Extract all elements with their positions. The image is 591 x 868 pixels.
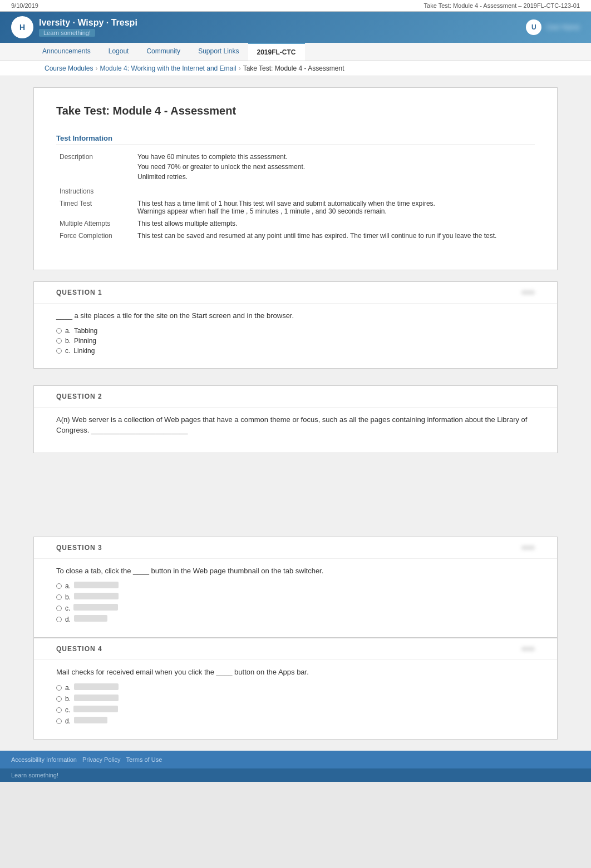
username: User Name bbox=[546, 23, 580, 31]
footer-link-terms[interactable]: Terms of Use bbox=[126, 756, 162, 763]
large-gap bbox=[33, 453, 558, 537]
question-4-label: QUESTION 4 bbox=[56, 645, 102, 653]
q3-radio-c[interactable] bbox=[56, 606, 62, 611]
question-3-points[interactable] bbox=[521, 545, 535, 550]
question-1-points[interactable] bbox=[521, 290, 535, 295]
question-4-option-d[interactable]: d. bbox=[56, 717, 535, 726]
q3-option-d-letter: d. bbox=[65, 616, 71, 623]
sub-nav-tabs: Announcements Logout Community Support L… bbox=[0, 43, 591, 61]
q4-option-c-letter: c. bbox=[65, 706, 70, 714]
question-1-block: QUESTION 1 ____ a site places a tile for… bbox=[33, 281, 558, 369]
q3-radio-b[interactable] bbox=[56, 594, 62, 600]
force-completion-label: Force Completion bbox=[56, 230, 134, 242]
q4-radio-b[interactable] bbox=[56, 696, 62, 702]
logo-letter: H bbox=[19, 23, 25, 32]
question-3-option-d[interactable]: d. bbox=[56, 615, 535, 624]
q4-option-c-blurred bbox=[73, 706, 118, 712]
question-4-points[interactable] bbox=[521, 647, 535, 651]
header-avatar: U bbox=[526, 19, 541, 35]
question-4-body: Mail checks for received email when you … bbox=[34, 660, 557, 739]
q4-radio-c[interactable] bbox=[56, 707, 62, 713]
option-c-letter: c. bbox=[65, 347, 70, 355]
q3-option-c-blurred bbox=[73, 604, 118, 611]
question-1-options: a. Tabbing b. Pinning c. Linking bbox=[56, 327, 535, 355]
test-info-header: Test Information bbox=[56, 134, 535, 145]
question-1-option-b[interactable]: b. Pinning bbox=[56, 337, 535, 345]
nav-tab-announcements[interactable]: Announcements bbox=[33, 43, 100, 61]
bottom-logo-bar: Learn something! bbox=[0, 768, 591, 782]
question-3-header: QUESTION 3 bbox=[34, 537, 557, 559]
q3-option-c-letter: c. bbox=[65, 604, 70, 612]
footer-logo-text: Learn something! bbox=[11, 772, 58, 778]
q3-radio-a[interactable] bbox=[56, 583, 62, 589]
q3-option-a-letter: a. bbox=[65, 582, 71, 590]
breadcrumb-item-1[interactable]: Course Modules bbox=[45, 65, 93, 72]
footer-link-privacy[interactable]: Privacy Policy bbox=[82, 756, 120, 763]
q4-radio-a[interactable] bbox=[56, 685, 62, 691]
radio-b[interactable] bbox=[56, 338, 62, 344]
q4-radio-d[interactable] bbox=[56, 718, 62, 724]
multiple-attempts-label: Multiple Attempts bbox=[56, 217, 134, 230]
option-c-text: Linking bbox=[73, 347, 95, 355]
question-4-option-a[interactable]: a. bbox=[56, 683, 535, 692]
question-1-header: QUESTION 1 bbox=[34, 282, 557, 304]
question-3-option-c[interactable]: c. bbox=[56, 604, 535, 613]
question-4-option-b[interactable]: b. bbox=[56, 695, 535, 703]
question-2-header: QUESTION 2 bbox=[34, 386, 557, 408]
top-title: Take Test: Module 4 - Assessment – 2019F… bbox=[424, 2, 580, 9]
bottom-nav-bar: Accessibility Information Privacy Policy… bbox=[0, 751, 591, 768]
page-title: Take Test: Module 4 - Assessment bbox=[56, 105, 535, 123]
description-label: Description bbox=[56, 151, 134, 185]
desc-line-2: You need 70% or greater to unlock the ne… bbox=[137, 163, 531, 171]
instructions-row: Instructions bbox=[56, 185, 535, 197]
instructions-value bbox=[134, 185, 535, 197]
q3-option-a-blurred bbox=[74, 582, 119, 588]
question-3-label: QUESTION 3 bbox=[56, 544, 102, 552]
nav-tab-support[interactable]: Support Links bbox=[189, 43, 248, 61]
question-1-option-c[interactable]: c. Linking bbox=[56, 347, 535, 355]
question-2-label: QUESTION 2 bbox=[56, 393, 102, 400]
multiple-attempts-row: Multiple Attempts This test allows multi… bbox=[56, 217, 535, 230]
gap-1-2 bbox=[33, 369, 558, 385]
question-3-option-a[interactable]: a. bbox=[56, 582, 535, 591]
main-content: Take Test: Module 4 - Assessment Test In… bbox=[0, 76, 591, 751]
logo-circle: H bbox=[11, 16, 33, 38]
option-a-text: Tabbing bbox=[74, 327, 97, 335]
test-info-container: Take Test: Module 4 - Assessment Test In… bbox=[33, 87, 558, 270]
header-nav: U User Name bbox=[526, 19, 580, 35]
q4-option-a-blurred bbox=[74, 683, 119, 690]
question-3-block: QUESTION 3 To close a tab, click the ___… bbox=[33, 537, 558, 638]
top-date: 9/10/2019 bbox=[11, 2, 38, 9]
option-a-letter: a. bbox=[65, 327, 71, 335]
question-4-option-c[interactable]: c. bbox=[56, 706, 535, 715]
question-3-options: a. b. c. d. bbox=[56, 582, 535, 624]
footer-link-accessibility[interactable]: Accessibility Information bbox=[11, 756, 77, 763]
q3-option-b-blurred bbox=[74, 593, 119, 599]
question-4-header: QUESTION 4 bbox=[34, 638, 557, 660]
q4-option-a-letter: a. bbox=[65, 684, 71, 692]
instructions-label: Instructions bbox=[56, 185, 134, 197]
q4-option-b-blurred bbox=[74, 695, 119, 701]
q3-radio-d[interactable] bbox=[56, 617, 62, 622]
breadcrumb-current: Take Test: Module 4 - Assessment bbox=[243, 65, 344, 72]
radio-a[interactable] bbox=[56, 328, 62, 334]
question-1-body: ____ a site places a tile for the site o… bbox=[34, 304, 557, 368]
question-1-option-a[interactable]: a. Tabbing bbox=[56, 327, 535, 335]
multiple-attempts-value: This test allows multiple attempts. bbox=[134, 217, 535, 230]
nav-tab-course[interactable]: 2019FL-CTC bbox=[248, 43, 305, 61]
nav-tab-community[interactable]: Community bbox=[137, 43, 189, 61]
question-4-block: QUESTION 4 Mail checks for received emai… bbox=[33, 638, 558, 740]
top-bar: 9/10/2019 Take Test: Module 4 - Assessme… bbox=[0, 0, 591, 12]
breadcrumb-separator-1: › bbox=[95, 65, 97, 72]
radio-c[interactable] bbox=[56, 348, 62, 354]
logo-area: H Iversity · Wispy · Trespi Learn someth… bbox=[11, 16, 137, 38]
site-subtitle: Learn something! bbox=[39, 29, 95, 37]
question-3-option-b[interactable]: b. bbox=[56, 593, 535, 602]
question-2-block: QUESTION 2 A(n) Web server is a collecti… bbox=[33, 385, 558, 453]
nav-tab-logout[interactable]: Logout bbox=[100, 43, 138, 61]
breadcrumb-item-2[interactable]: Module 4: Working with the Internet and … bbox=[100, 65, 236, 72]
q3-option-d-blurred bbox=[74, 615, 107, 622]
question-2-body: A(n) Web server is a collection of Web p… bbox=[34, 408, 557, 453]
question-4-text: Mail checks for received email when you … bbox=[56, 667, 535, 678]
question-1-text: ____ a site places a tile for the site o… bbox=[56, 310, 535, 321]
